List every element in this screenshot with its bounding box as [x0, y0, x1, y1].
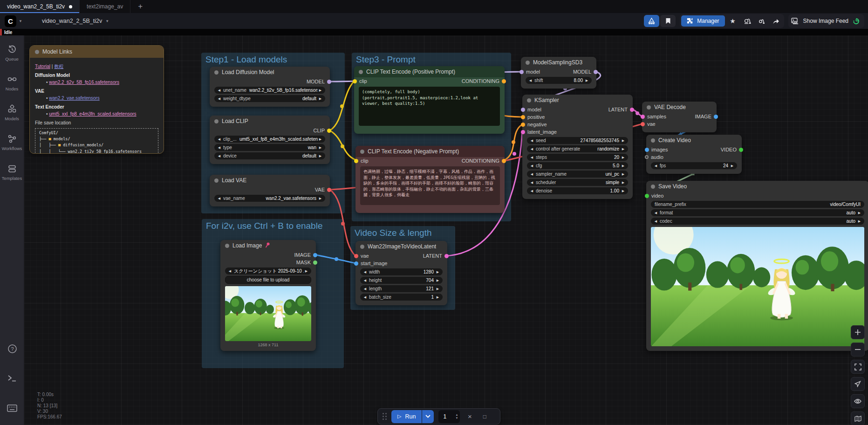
arrow-right-icon[interactable]: ▶: [304, 269, 309, 273]
output-slot-CONDITIONING[interactable]: CONDITIONING: [462, 158, 504, 164]
stop-button[interactable]: □: [479, 413, 490, 420]
arrow-right-icon[interactable]: ▶: [621, 139, 626, 143]
widget-fps[interactable]: ◀fps24▶: [651, 162, 737, 169]
collapse-dot-icon[interactable]: [526, 61, 530, 65]
node-header-save-video[interactable]: Save Video: [646, 181, 868, 192]
output-slot-LATENT[interactable]: LATENT: [608, 107, 632, 112]
node-save-video[interactable]: Save Videovideofilename_prefixvideo/Comf…: [646, 181, 868, 351]
widget-filename_prefix[interactable]: filename_prefixvideo/ComfyUI: [651, 201, 864, 208]
arrow-left-icon[interactable]: ◀: [529, 164, 534, 168]
graph-view-button[interactable]: [644, 15, 659, 27]
note-header[interactable]: Model Links: [30, 46, 164, 58]
widget-cfg[interactable]: ◀cfg5.0▶: [527, 162, 628, 169]
widget-device[interactable]: ◀devicedefault▶: [214, 152, 325, 159]
widget-control after generate[interactable]: ◀control after generaterandomize▶: [527, 145, 628, 152]
manager-button[interactable]: Manager: [681, 15, 724, 27]
arrow-right-icon[interactable]: ▶: [621, 172, 626, 176]
toggle-link-visibility-button[interactable]: [851, 394, 865, 408]
fit-view-button[interactable]: [851, 360, 865, 374]
node-clip-text-encode-negative[interactable]: CLIP Text Encode (Negative Prompt)clipCO…: [355, 146, 505, 213]
arrow-right-icon[interactable]: ▶: [435, 270, 440, 274]
arrow-right-icon[interactable]: ▶: [318, 97, 323, 101]
output-slot-IMAGE[interactable]: IMAGE: [695, 114, 716, 119]
arrow-right-icon[interactable]: ▶: [318, 137, 323, 141]
widget-height[interactable]: ◀height704▶: [360, 277, 443, 284]
show-image-feed-toggle[interactable]: Show Image Feed: [788, 14, 864, 28]
node-load-clip[interactable]: Load CLIPCLIP◀clip_...umt5_xxl_fp8_e4m3f…: [210, 116, 330, 164]
arrow-left-icon[interactable]: ◀: [653, 164, 658, 168]
input-slot-start_image[interactable]: start_image: [356, 260, 387, 266]
output-slot-CONDITIONING[interactable]: CONDITIONING: [462, 78, 504, 84]
output-slot-MODEL[interactable]: MODEL: [573, 69, 595, 75]
widget-shift[interactable]: ◀shift8.00▶: [526, 77, 592, 84]
output-slot-VIDEO[interactable]: VIDEO: [721, 147, 741, 152]
arrow-left-icon[interactable]: ◀: [529, 156, 534, 159]
model-link[interactable]: wan2.2_ti2v_5B_fp16.safetensors: [49, 80, 119, 85]
node-header-clip-text-encode-positive[interactable]: CLIP Text Encode (Positive Prompt): [354, 66, 505, 77]
widget-batch_size[interactable]: ◀batch_size1▶: [360, 294, 443, 301]
node-load-vae[interactable]: Load VAEVAE◀vae_namewan2.2_vae.safetenso…: [210, 175, 330, 206]
output-slot-IMAGE[interactable]: IMAGE: [294, 252, 315, 258]
zoom-in-button[interactable]: [851, 325, 865, 339]
input-slot-negative[interactable]: negative: [523, 122, 547, 127]
node-header-load-diffusion-model[interactable]: Load Diffusion Model: [210, 67, 330, 78]
arrow-right-icon[interactable]: ▶: [730, 164, 735, 168]
arrow-right-icon[interactable]: ▶: [435, 287, 440, 291]
batch-count-stepper[interactable]: ▲▼: [455, 413, 458, 419]
output-slot-MODEL[interactable]: MODEL: [307, 79, 329, 84]
share-button[interactable]: [770, 15, 783, 27]
arrow-left-icon[interactable]: ◀: [217, 89, 222, 92]
run-options-button[interactable]: [422, 410, 434, 423]
sidebar-item-models[interactable]: Models: [0, 104, 24, 134]
tutorial-link[interactable]: Tutorial: [35, 64, 50, 69]
arrow-left-icon[interactable]: ◀: [529, 147, 534, 151]
input-slot-clip[interactable]: clip: [356, 158, 369, 164]
arrow-left-icon[interactable]: ◀: [653, 211, 658, 215]
arrow-left-icon[interactable]: ◀: [529, 189, 534, 193]
prompt-textarea[interactable]: 色调艳丽，过曝，静态，细节模糊不清，字幕，风格，作品，画作，画面，静止，整体发灰…: [360, 166, 500, 205]
minimap-button[interactable]: [851, 411, 865, 425]
widget-codec[interactable]: ◀codecauto▶: [651, 218, 864, 225]
arrow-right-icon[interactable]: ▶: [435, 279, 440, 282]
input-slot-positive[interactable]: positive: [523, 114, 545, 120]
terminal-button[interactable]: [0, 375, 24, 382]
node-header-wan22-image-to-video-latent[interactable]: Wan22ImageToVideoLatent: [355, 241, 447, 252]
arrow-left-icon[interactable]: ◀: [217, 137, 222, 141]
output-slot-VAE[interactable]: VAE: [315, 187, 329, 192]
arrow-right-icon[interactable]: ▶: [318, 197, 323, 200]
arrow-left-icon[interactable]: ◀: [217, 197, 222, 200]
collapse-dot-icon[interactable]: [214, 178, 219, 183]
star-button[interactable]: ★: [726, 15, 739, 27]
clear-queue-button[interactable]: ×: [465, 412, 475, 420]
arrow-right-icon[interactable]: ▶: [318, 89, 323, 92]
run-button[interactable]: ▷ Run: [391, 410, 422, 423]
arrow-left-icon[interactable]: ◀: [529, 172, 534, 176]
sidebar-item-queue[interactable]: Queue: [0, 45, 24, 75]
input-slot-audio[interactable]: audio: [647, 154, 663, 160]
arrow-right-icon[interactable]: ▶: [318, 146, 323, 150]
collapse-dot-icon[interactable]: [527, 98, 531, 103]
arrow-left-icon[interactable]: ◀: [362, 295, 368, 299]
arrow-left-icon[interactable]: ◀: [217, 154, 222, 158]
input-slot-model[interactable]: model: [522, 69, 540, 75]
widget-steps[interactable]: ◀steps20▶: [527, 154, 628, 161]
collapse-dot-icon[interactable]: [359, 70, 363, 74]
new-tab-button[interactable]: +: [130, 0, 150, 13]
arrow-right-icon[interactable]: ▶: [435, 295, 440, 299]
arrow-right-icon[interactable]: ▶: [621, 147, 626, 151]
widget-length[interactable]: ◀length121▶: [360, 285, 443, 292]
widget-width[interactable]: ◀width1280▶: [360, 268, 443, 275]
widget-seed[interactable]: ◀seed274785682553745▶: [527, 137, 628, 144]
input-slot-latent_image[interactable]: latent_image: [523, 129, 557, 135]
widget-weight_dtype[interactable]: ◀weight_dtypedefault▶: [214, 95, 325, 102]
arrow-right-icon[interactable]: ▶: [621, 164, 626, 168]
widget-format[interactable]: ◀formatauto▶: [651, 209, 864, 216]
output-slot-MASK[interactable]: MASK: [296, 260, 315, 265]
graph-canvas[interactable]: Step1 - Load modelsStep3 - PromptFor i2v…: [0, 0, 868, 425]
output-slot-LATENT[interactable]: LATENT: [423, 253, 446, 259]
input-slot-samples[interactable]: samples: [643, 114, 666, 119]
node-vae-decode[interactable]: VAE DecodesamplesIMAGEvae: [642, 102, 717, 132]
widget-vae_name[interactable]: ◀vae_namewan2.2_vae.safetensors▶: [214, 195, 325, 202]
input-slot-vae[interactable]: vae: [356, 253, 369, 259]
sidebar-item-workflows[interactable]: Workflows: [0, 134, 24, 164]
